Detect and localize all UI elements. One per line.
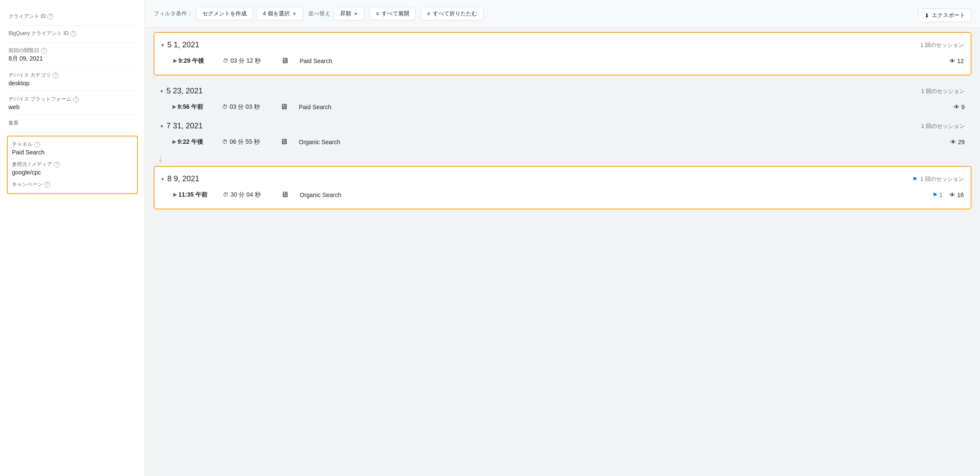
session-channel-2-0: Organic Search — [299, 139, 354, 145]
date-header-right-3: ⚑1 回のセッション — [912, 175, 964, 183]
session-count-3: 1 回のセッション — [920, 175, 964, 183]
date-header-1[interactable]: ▾5 23, 20211 回のセッション — [160, 82, 965, 98]
device-icon-2-0: 🖥 — [280, 137, 292, 146]
source-medium-section: 参照元 / メディア ? google/cpc — [12, 159, 133, 179]
flag-count-3-0: ⚑ 1 — [932, 192, 943, 198]
campaign-help-icon[interactable]: ? — [44, 182, 50, 188]
chevron-down-icon: ▼ — [292, 12, 297, 16]
last-view-date-label: 前回の閲覧日 ? — [9, 47, 136, 54]
channel-section: チャネル ? Paid Search — [12, 141, 133, 159]
collapse-chevron-icon-1: ▾ — [160, 88, 163, 94]
device-platform-section: デバイス プラットフォーム ? web — [9, 91, 136, 115]
session-duration-0-0: ⏱03 分 12 秒 — [223, 57, 274, 65]
expand-icon: ≡ — [376, 11, 379, 17]
session-views-1-0: 👁9 — [954, 104, 965, 110]
highlighted-section: チャネル ? Paid Search 参照元 / メディア ? google/c… — [7, 136, 138, 194]
segment-create-button[interactable]: セグメントを作成 — [196, 7, 253, 20]
flag-icon-header-3: ⚑ — [912, 176, 918, 183]
session-views-3-0: 👁16 — [949, 192, 964, 198]
collapse-chevron-icon-0: ▾ — [161, 42, 164, 48]
sort-asc-label: 昇順 — [340, 10, 351, 17]
session-views-2-0: 👁29 — [950, 139, 965, 145]
collapse-chevron-icon-3: ▾ — [161, 176, 164, 182]
views-count-1-0: 9 — [961, 104, 965, 110]
device-category-help-icon[interactable]: ? — [52, 73, 58, 78]
date-header-left-0: ▾5 1, 2021 — [161, 41, 199, 49]
acquisition-label: 集客 — [9, 119, 136, 127]
date-header-right-2: 1 回のセッション — [921, 122, 965, 130]
source-medium-help-icon[interactable]: ? — [54, 162, 60, 168]
date-group-1: ▾5 23, 20211 回のセッション▶9:56 午前⏱03 分 03 秒🖥P… — [154, 82, 971, 116]
date-text-0: 5 1, 2021 — [167, 41, 199, 49]
duration-text-0-0: 03 分 12 秒 — [230, 57, 261, 65]
expand-row-icon-3-0: ▶ — [173, 192, 177, 197]
session-time-0-0[interactable]: ▶9:29 午後 — [173, 57, 216, 65]
device-platform-help-icon[interactable]: ? — [73, 96, 79, 102]
session-row-1-0: ▶9:56 午前⏱03 分 03 秒🖥Paid Search👁9 — [160, 98, 965, 116]
session-list: ▾5 1, 20211 回のセッション▶9:29 午後⏱03 分 12 秒🖥Pa… — [145, 28, 980, 476]
export-label: エクスポート — [932, 12, 965, 19]
channel-label: チャネル ? — [12, 141, 133, 148]
client-id-label: クライアント ID ? — [9, 13, 136, 20]
last-view-date-help-icon[interactable]: ? — [41, 48, 47, 54]
session-duration-2-0: ⏱06 分 55 秒 — [222, 138, 273, 146]
client-id-section: クライアント ID ? — [9, 9, 136, 26]
sort-asc-button[interactable]: 昇順 ▼ — [334, 7, 365, 20]
down-arrow-icon: ↓ — [158, 152, 971, 164]
filter-group: フィルタ条件： セグメントを作成 4 個を選択 ▼ — [154, 7, 303, 20]
bigquery-client-id-label: BigQuery クライアント ID ? — [9, 30, 136, 37]
expand-row-icon-2-0: ▶ — [172, 139, 176, 145]
date-text-3: 8 9, 2021 — [167, 174, 199, 183]
source-medium-value: google/cpc — [12, 169, 133, 176]
date-header-0[interactable]: ▾5 1, 20211 回のセッション — [161, 36, 964, 52]
session-row-3-0: ▶11:35 午前⏱30 分 04 秒🖥Organic Search⚑ 1👁16 — [161, 186, 964, 203]
sort-chevron-down-icon: ▼ — [354, 12, 358, 16]
last-view-date-value: 8月 09, 2021 — [9, 55, 136, 63]
time-text-3-0: 11:35 午前 — [178, 191, 207, 199]
session-row-0-0: ▶9:29 午後⏱03 分 12 秒🖥Paid Search👁12 — [161, 52, 964, 70]
selected-filter-button[interactable]: 4 個を選択 ▼ — [257, 7, 303, 20]
device-icon-0-0: 🖥 — [281, 56, 293, 65]
views-count-0-0: 12 — [957, 58, 964, 64]
collapse-chevron-icon-2: ▾ — [160, 123, 163, 129]
eye-icon-2-0: 👁 — [950, 139, 956, 145]
date-header-2[interactable]: ▾7 31, 20211 回のセッション — [160, 117, 965, 133]
main-content: フィルタ条件： セグメントを作成 4 個を選択 ▼ 並べ替え 昇順 ▼ ≡ すべ… — [145, 0, 980, 476]
session-duration-1-0: ⏱03 分 03 秒 — [222, 103, 273, 111]
date-group-wrapper-3: ↓▾8 9, 2021⚑1 回のセッション▶11:35 午前⏱30 分 04 秒… — [154, 152, 971, 209]
date-header-3[interactable]: ▾8 9, 2021⚑1 回のセッション — [161, 170, 964, 186]
expand-row-icon-1-0: ▶ — [172, 104, 176, 110]
date-header-right-0: 1 回のセッション — [920, 41, 964, 49]
date-text-1: 5 23, 2021 — [166, 87, 203, 96]
date-header-left-1: ▾5 23, 2021 — [160, 87, 203, 96]
session-channel-3-0: Organic Search — [300, 192, 355, 198]
bigquery-client-id-help-icon[interactable]: ? — [70, 31, 76, 37]
selected-filter-label: 4 個を選択 — [263, 10, 290, 17]
export-button[interactable]: ⬇ エクスポート — [918, 9, 971, 22]
device-icon-1-0: 🖥 — [280, 102, 292, 111]
export-icon: ⬇ — [925, 12, 929, 19]
collapse-all-button[interactable]: ≡ すべて折りたたむ — [421, 7, 484, 20]
session-time-1-0[interactable]: ▶9:56 午前 — [172, 103, 215, 111]
session-time-3-0[interactable]: ▶11:35 午前 — [173, 191, 216, 199]
sort-label: 並べ替え — [308, 10, 330, 17]
date-group-0: ▾5 1, 20211 回のセッション▶9:29 午後⏱03 分 12 秒🖥Pa… — [154, 32, 971, 75]
session-duration-3-0: ⏱30 分 04 秒 — [223, 191, 274, 199]
clock-icon-2-0: ⏱ — [222, 139, 228, 145]
client-id-help-icon[interactable]: ? — [47, 14, 53, 20]
clock-icon-0-0: ⏱ — [223, 58, 228, 64]
expand-all-button[interactable]: ≡ すべて展開 — [370, 7, 416, 20]
session-count-2: 1 回のセッション — [921, 122, 965, 130]
campaign-label: キャンペーン ? — [12, 181, 133, 188]
channel-help-icon[interactable]: ? — [34, 142, 40, 148]
toolbar: フィルタ条件： セグメントを作成 4 個を選択 ▼ 並べ替え 昇順 ▼ ≡ すべ… — [145, 0, 980, 28]
filter-label: フィルタ条件： — [154, 10, 192, 17]
session-row-2-0: ▶9:22 午後⏱06 分 55 秒🖥Organic Search👁29 — [160, 133, 965, 151]
eye-icon-0-0: 👁 — [949, 58, 955, 64]
sidebar: クライアント ID ? BigQuery クライアント ID ? 前回の閲覧日 … — [0, 0, 145, 476]
date-group-wrapper-0: ▾5 1, 20211 回のセッション▶9:29 午後⏱03 分 12 秒🖥Pa… — [154, 32, 971, 75]
session-time-2-0[interactable]: ▶9:22 午後 — [172, 138, 215, 146]
date-group-3: ▾8 9, 2021⚑1 回のセッション▶11:35 午前⏱30 分 04 秒🖥… — [154, 166, 971, 209]
date-header-left-2: ▾7 31, 2021 — [160, 122, 203, 131]
time-text-2-0: 9:22 午後 — [178, 138, 203, 146]
